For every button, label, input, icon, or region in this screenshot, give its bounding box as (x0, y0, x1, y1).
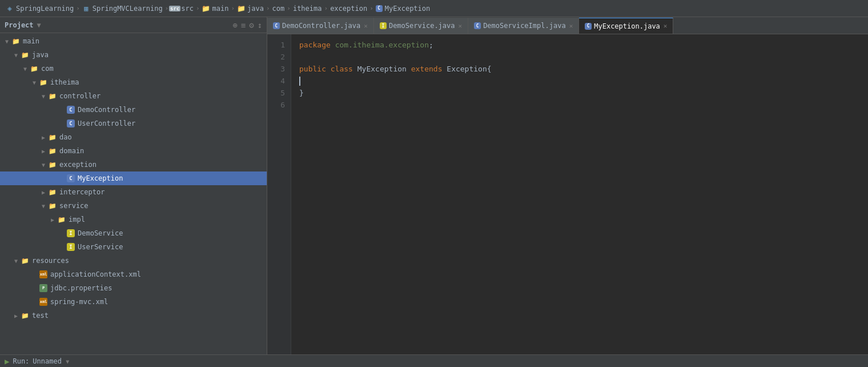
breadcrumb-springmvclearning[interactable]: ▦ SpringMVCLearning (82, 5, 163, 13)
run-icon: ▶ (5, 357, 9, 366)
tab-demoserviceimpl[interactable]: C DemoServiceImpl.java ✕ (468, 18, 579, 34)
breadcrumb-myexception[interactable]: C MyException (376, 5, 430, 13)
tree-item-democontroller[interactable]: C DemoController (0, 103, 267, 117)
code-content[interactable]: package com.itheima.exception; public cl… (291, 34, 868, 354)
tree-item-main[interactable]: 📁 main (0, 34, 267, 48)
tab-democontroller-label: DemoController.java (282, 22, 360, 30)
itheima-folder-icon: 📁 (39, 78, 48, 87)
tree-label-controller: controller (59, 92, 101, 100)
breadcrumb-exception[interactable]: exception (330, 5, 367, 13)
code-line-1: package com.itheima.exception; (299, 39, 868, 51)
tree-item-interceptor[interactable]: 📁 interceptor (0, 185, 267, 199)
breadcrumb-com[interactable]: com (272, 5, 285, 13)
tree-label-dao: dao (59, 133, 72, 141)
tree-item-jdbc-props[interactable]: P jdbc.properties (0, 281, 267, 295)
tree-arrow-interceptor (39, 188, 48, 197)
sidebar-dropdown-arrow[interactable]: ▼ (37, 21, 41, 29)
tree-item-dao[interactable]: 📁 dao (0, 130, 267, 144)
tab-democontroller[interactable]: C DemoController.java ✕ (267, 18, 374, 34)
jdbc-props-icon: P (39, 284, 48, 293)
run-label: Run: (13, 357, 29, 365)
tree-item-resources[interactable]: 📁 resources (0, 254, 267, 268)
tree-item-itheima[interactable]: 📁 itheima (0, 75, 267, 89)
keyword-extends: extends (411, 63, 447, 75)
breadcrumb-main[interactable]: 📁 main (202, 5, 229, 13)
tree-label-democontroller: DemoController (78, 106, 135, 114)
tab-myexception-icon: C (585, 23, 592, 30)
tree-arrow-controller (39, 91, 48, 101)
tree-item-domain[interactable]: 📁 domain (0, 144, 267, 158)
tree-label-java: java (32, 51, 49, 59)
keyword-package: package (299, 39, 335, 51)
tree-item-appcontext-xml[interactable]: xml applicationContext.xml (0, 268, 267, 281)
code-line-2 (299, 51, 868, 63)
demoservice-icon: I (66, 229, 75, 238)
breadcrumb-src[interactable]: src src (171, 5, 194, 13)
sidebar-action-settings[interactable]: ⚙ (249, 21, 254, 30)
src-icon: src (171, 5, 179, 13)
tree-label-service: service (59, 202, 89, 210)
tab-myexception-close[interactable]: ✕ (664, 22, 668, 30)
breadcrumb-springlearning[interactable]: ◈ SpringLearning (6, 5, 74, 13)
interceptor-folder-icon: 📁 (48, 188, 57, 197)
breadcrumb-sep-7: › (369, 5, 373, 12)
tree-item-myexception[interactable]: C MyException (0, 171, 267, 185)
myexception-icon: C (66, 174, 75, 183)
tree-item-exception[interactable]: 📁 exception (0, 158, 267, 171)
breadcrumb-itheima[interactable]: itheima (293, 5, 322, 13)
service-folder-icon: 📁 (48, 201, 57, 210)
tree-item-java[interactable]: 📁 java (0, 48, 267, 62)
tab-demoserviceimpl-close[interactable]: ✕ (569, 22, 573, 30)
tab-democontroller-close[interactable]: ✕ (364, 22, 368, 30)
project-sidebar: Project ▼ ⊕ ≡ ⚙ ↕ 📁 main 📁 java (0, 17, 267, 367)
code-line-5: } (299, 87, 868, 99)
breadcrumb-sep-6: › (324, 5, 328, 12)
tree-label-resources: resources (32, 257, 69, 265)
code-line-6 (299, 99, 868, 111)
sidebar-actions: ⊕ ≡ ⚙ ↕ (232, 21, 262, 30)
semicolon-1: ; (429, 39, 433, 51)
sidebar-action-expand[interactable]: ↕ (258, 21, 262, 30)
tree-label-demoservice: DemoService (78, 229, 123, 237)
main-layout: Project ▼ ⊕ ≡ ⚙ ↕ 📁 main 📁 java (0, 17, 868, 367)
tab-myexception-label: MyException.java (594, 22, 660, 30)
breadcrumb-sep-3: › (231, 5, 235, 12)
democontroller-icon: C (66, 105, 75, 114)
text-cursor (299, 77, 300, 86)
breadcrumb-sep-5: › (287, 5, 291, 12)
tree-arrow-service (39, 201, 48, 210)
tree-label-userservice: UserService (78, 243, 123, 251)
sidebar-header: Project ▼ ⊕ ≡ ⚙ ↕ (0, 17, 267, 33)
editor-area: C DemoController.java ✕ I DemoService.ja… (267, 17, 868, 367)
tab-demoservice[interactable]: I DemoService.java ✕ (374, 18, 468, 34)
sidebar-action-add[interactable]: ⊕ (232, 21, 237, 30)
tab-demoservice-close[interactable]: ✕ (459, 22, 463, 30)
appcontext-xml-icon: xml (39, 270, 48, 279)
userservice-icon: I (66, 242, 75, 252)
tree-arrow-dao (39, 133, 48, 142)
line-num-4: 4 (271, 75, 285, 87)
dao-folder-icon: 📁 (48, 133, 57, 142)
tree-item-controller[interactable]: 📁 controller (0, 89, 267, 103)
tree-item-test[interactable]: 📁 test (0, 309, 267, 322)
main-folder-icon: 📁 (202, 5, 210, 13)
breadcrumb-springlearning-label: SpringLearning (16, 5, 74, 13)
run-unnamed[interactable]: Unnamed ▼ (33, 357, 69, 365)
java-folder-icon: 📁 (21, 50, 30, 59)
main-folder-icon: 📁 (11, 37, 21, 46)
sidebar-action-menu[interactable]: ≡ (241, 21, 246, 30)
tree-item-userservice[interactable]: I UserService (0, 240, 267, 254)
tree-item-demoservice[interactable]: I DemoService (0, 226, 267, 240)
closing-brace: } (299, 87, 304, 99)
tab-demoservice-icon: I (380, 22, 387, 29)
tab-myexception[interactable]: C MyException.java ✕ (579, 18, 673, 34)
tree-item-com[interactable]: 📁 com (0, 62, 267, 75)
tree-item-usercontroller[interactable]: C UserController (0, 117, 267, 130)
breadcrumb-java[interactable]: 📁 java (237, 5, 264, 13)
code-editor[interactable]: 1 2 3 4 5 6 package com.itheima.exceptio… (267, 34, 868, 354)
tree-label-exception: exception (59, 161, 97, 169)
java-folder-icon: 📁 (237, 5, 245, 13)
tree-item-service[interactable]: 📁 service (0, 199, 267, 213)
tree-item-impl[interactable]: 📁 impl (0, 213, 267, 226)
tree-item-spring-mvc-xml[interactable]: xml spring-mvc.xml (0, 295, 267, 309)
